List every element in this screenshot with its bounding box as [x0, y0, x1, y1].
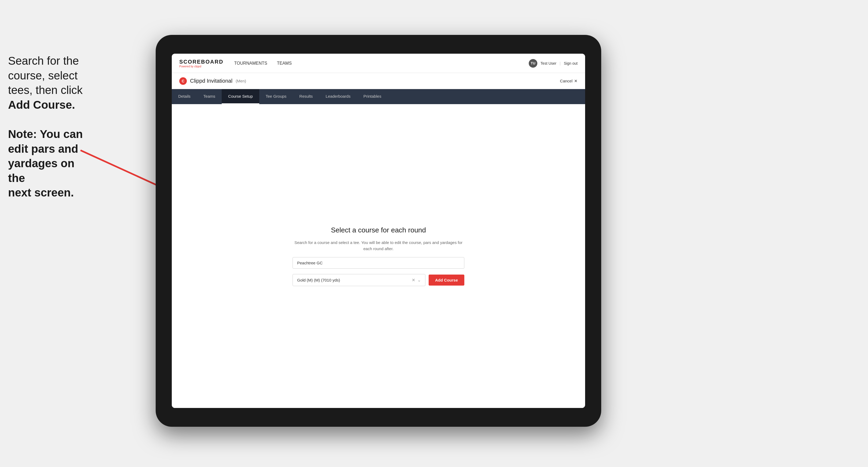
tab-course-setup[interactable]: Course Setup — [222, 89, 259, 104]
tee-select-wrapper[interactable]: Gold (M) (M) (7010 yds) ✕ ⌄ — [292, 274, 426, 286]
annotation-line1: Search for thecourse, selecttees, then c… — [8, 55, 83, 96]
tee-select-row: Gold (M) (M) (7010 yds) ✕ ⌄ Add Course — [292, 274, 464, 286]
annotation-block: Search for thecourse, selecttees, then c… — [8, 54, 83, 200]
nav-links: TOURNAMENTS TEAMS — [234, 61, 528, 66]
tournament-header: C Clippd Invitational (Men) Cancel ✕ — [172, 73, 585, 89]
add-course-button[interactable]: Add Course — [429, 275, 464, 286]
tab-teams[interactable]: Teams — [197, 89, 222, 104]
main-content: Select a course for each round Search fo… — [172, 104, 585, 408]
logo-subtitle: Powered by clippd — [179, 65, 223, 68]
tee-chevron-icon[interactable]: ⌄ — [417, 278, 421, 283]
user-avatar: TU — [529, 59, 537, 68]
tournament-title: C Clippd Invitational (Men) — [179, 77, 246, 85]
cancel-icon: ✕ — [574, 79, 578, 84]
sign-out-link[interactable]: Sign out — [564, 61, 578, 65]
tablet-device: SCOREBOARD Powered by clippd TOURNAMENTS… — [156, 35, 601, 427]
logo-title: SCOREBOARD — [179, 59, 223, 65]
card-description: Search for a course and select a tee. Yo… — [292, 240, 464, 252]
tab-leaderboards[interactable]: Leaderboards — [319, 89, 357, 104]
tournament-icon: C — [179, 77, 187, 85]
cancel-label: Cancel — [560, 79, 572, 83]
tournament-name: Clippd Invitational — [190, 78, 232, 84]
annotation-highlight: Add Course. — [8, 98, 75, 111]
annotation-note: Note: You canedit pars andyardages on th… — [8, 128, 83, 199]
tab-results[interactable]: Results — [293, 89, 319, 104]
tournament-gender: (Men) — [236, 79, 246, 83]
app-logo: SCOREBOARD Powered by clippd — [179, 59, 223, 68]
tab-tee-groups[interactable]: Tee Groups — [259, 89, 293, 104]
tee-select-actions: ✕ ⌄ — [412, 278, 421, 283]
tabs-nav: Details Teams Course Setup Tee Groups Re… — [172, 89, 585, 104]
tab-details[interactable]: Details — [172, 89, 197, 104]
tab-printables[interactable]: Printables — [357, 89, 388, 104]
user-section: TU Test User | Sign out — [529, 59, 578, 68]
nav-teams[interactable]: TEAMS — [277, 61, 292, 66]
tablet-screen: SCOREBOARD Powered by clippd TOURNAMENTS… — [172, 54, 585, 408]
cancel-button[interactable]: Cancel ✕ — [560, 79, 578, 84]
card-title: Select a course for each round — [331, 226, 426, 234]
course-search-input[interactable] — [292, 257, 464, 269]
course-select-card: Select a course for each round Search fo… — [292, 226, 464, 286]
nav-tournaments[interactable]: TOURNAMENTS — [234, 61, 267, 66]
user-name: Test User — [540, 61, 556, 65]
tee-value-label: Gold (M) (M) (7010 yds) — [297, 278, 412, 282]
tee-clear-icon[interactable]: ✕ — [412, 278, 415, 283]
app-navbar: SCOREBOARD Powered by clippd TOURNAMENTS… — [172, 54, 585, 73]
